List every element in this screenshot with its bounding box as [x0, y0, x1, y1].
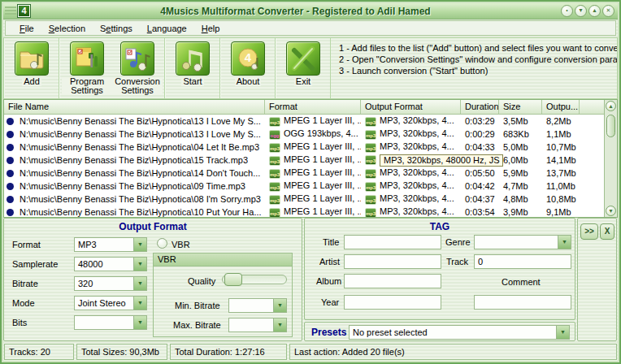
toolbar-button-label: About: [235, 77, 262, 86]
exit-button[interactable]: Exit: [278, 40, 328, 86]
window-controls: •▼▲✕: [561, 5, 614, 17]
title-bar[interactable]: 4 4Musics Multiformat Converter - Regist…: [3, 3, 618, 20]
menu-item-file[interactable]: File: [12, 22, 41, 35]
year-label: Year: [321, 297, 339, 307]
artist-field[interactable]: [344, 254, 441, 269]
start-button[interactable]: Start: [167, 40, 218, 86]
table-row[interactable]: N:\music\Benny Benassi The Biz\Hypnotica…: [4, 115, 617, 128]
toolbar-group: Add: [4, 38, 59, 98]
conversion-settings-icon: [120, 41, 154, 76]
chevron-down-icon[interactable]: ▼: [273, 299, 286, 312]
presets-select[interactable]: No preset selected ▼: [349, 325, 570, 340]
output-size: 10,8Mb: [542, 194, 580, 204]
samplerate-select[interactable]: 48000 ▼: [74, 257, 147, 271]
file-name: N:\music\Benny Benassi The Biz\Hypnotica…: [20, 155, 248, 165]
chevron-down-icon[interactable]: ▼: [133, 258, 146, 271]
table-row[interactable]: N:\music\Benny Benassi The Biz\Hypnotica…: [4, 206, 617, 217]
close-icon[interactable]: ✕: [602, 5, 614, 17]
menu-item-selection[interactable]: Selection: [41, 22, 93, 35]
min-bitrate-select[interactable]: ▼: [228, 298, 287, 313]
bits-select[interactable]: ▼: [74, 315, 147, 330]
size: 4,8Mb: [499, 194, 542, 204]
year-field[interactable]: [344, 295, 441, 310]
roll-down-icon[interactable]: ▼: [575, 5, 587, 17]
mp3-file-icon: mp3: [365, 195, 376, 205]
source-format: MPEG 1 Layer III, ...: [284, 180, 361, 190]
chevron-down-icon[interactable]: ▼: [273, 318, 286, 332]
size: 5,0Mb: [499, 142, 542, 152]
scroll-down-icon[interactable]: ▼: [606, 206, 616, 216]
menu-bar: FileSelectionSettingsLanguageHelp: [5, 20, 616, 36]
max-bitrate-select[interactable]: ▼: [228, 318, 287, 332]
output-format: MP3, 320kbps, 4...: [380, 167, 454, 177]
comment-field[interactable]: [474, 295, 571, 310]
chevron-down-icon[interactable]: ▼: [133, 238, 146, 251]
chevron-down-icon[interactable]: ▼: [133, 297, 146, 310]
source-format: MPEG 1 Layer III, ...: [284, 141, 361, 151]
bitrate-select[interactable]: 320 ▼: [74, 276, 147, 291]
column-header-duration[interactable]: Duration: [461, 100, 499, 114]
source-format: OGG 193kbps, 4...: [284, 128, 358, 138]
table-row[interactable]: N:\music\Benny Benassi The Biz\Hypnotica…: [4, 141, 617, 154]
toolbar-group: Exit: [276, 38, 331, 98]
output-size: 14,1Mb: [542, 155, 580, 165]
artist-label: Artist: [319, 257, 340, 266]
table-row[interactable]: N:\music\Benny Benassi The Biz\Hypnotica…: [4, 154, 617, 167]
format-label: Format: [12, 240, 41, 249]
genre-select[interactable]: ▼: [474, 235, 571, 249]
expand-panel-button[interactable]: >>: [580, 223, 598, 240]
status-tracks: Tracks: 20: [4, 344, 74, 360]
menu-item-settings[interactable]: Settings: [93, 22, 140, 35]
chevron-down-icon[interactable]: ▼: [133, 277, 146, 290]
table-row[interactable]: N:\music\Benny Benassi The Biz\Hypnotica…: [4, 167, 617, 180]
column-header-format[interactable]: Format: [265, 100, 361, 114]
vertical-scrollbar[interactable]: ▲ ▼: [604, 100, 617, 217]
add-button[interactable]: Add: [7, 40, 57, 86]
column-header-file-name[interactable]: File Name: [4, 100, 265, 114]
track-field[interactable]: [474, 254, 571, 269]
program-settings-button[interactable]: Program Settings: [62, 40, 112, 95]
column-header-output-format[interactable]: Output Format: [361, 100, 461, 114]
table-row[interactable]: N:\music\Benny Benassi The Biz\Hypnotica…: [4, 128, 617, 141]
mode-select[interactable]: Joint Stereo ▼: [74, 296, 147, 310]
column-header-size[interactable]: Size: [499, 100, 542, 114]
svg-text:4: 4: [245, 50, 252, 64]
scroll-up-icon[interactable]: ▲: [606, 101, 616, 111]
output-format-edit-box[interactable]: MP3, 320kbps, 48000 Hz, JS: [380, 154, 503, 167]
scrollbar-thumb[interactable]: [606, 115, 615, 137]
table-row[interactable]: N:\music\Benny Benassi The Biz\Hypnotica…: [4, 193, 617, 206]
duration: 0:04:37: [461, 194, 499, 204]
menu-item-help[interactable]: Help: [194, 22, 228, 35]
menu-item-language[interactable]: Language: [140, 22, 194, 35]
size: 5,9Mb: [499, 168, 542, 178]
selected-dot-icon: [7, 183, 14, 190]
add-folder-music-icon: [15, 41, 49, 76]
mp3-file-icon: mp3: [365, 130, 376, 140]
format-select[interactable]: MP3 ▼: [74, 237, 147, 252]
title-field[interactable]: [344, 235, 441, 249]
album-field[interactable]: [344, 274, 441, 288]
about-button[interactable]: 4About: [223, 40, 273, 86]
table-row[interactable]: N:\music\Benny Benassi The Biz\Hypnotica…: [4, 180, 617, 193]
minimize-icon[interactable]: •: [561, 5, 573, 17]
output-format: MP3, 320kbps, 4...: [380, 115, 454, 125]
roll-up-icon[interactable]: ▲: [588, 5, 601, 17]
status-total-sizes: Total Sizes: 90,3Mb: [76, 344, 167, 360]
titlebar-grip-icon: [5, 6, 16, 16]
chevron-down-icon[interactable]: ▼: [133, 316, 146, 329]
track-label: Track: [446, 257, 468, 266]
file-name: N:\music\Benny Benassi The Biz\Hypnotica…: [20, 194, 261, 204]
column-header-outpu-[interactable]: Outpu...: [542, 100, 580, 114]
side-strip: >> X: [577, 218, 617, 341]
chevron-down-icon[interactable]: ▼: [556, 326, 569, 339]
toolbar-group: Program SettingsConversion Settings: [59, 38, 165, 98]
quality-slider[interactable]: [222, 275, 287, 284]
status-last-action: Last action: Added 20 file(s): [289, 344, 617, 360]
close-panel-button[interactable]: X: [600, 223, 614, 240]
selected-dot-icon: [7, 131, 14, 138]
mp3-file-icon: mp3: [269, 117, 280, 127]
vbr-checkbox[interactable]: [157, 238, 167, 249]
conversion-settings-button[interactable]: Conversion Settings: [112, 40, 163, 95]
quality-slider-handle[interactable]: [224, 273, 242, 286]
chevron-down-icon[interactable]: ▼: [558, 236, 571, 249]
